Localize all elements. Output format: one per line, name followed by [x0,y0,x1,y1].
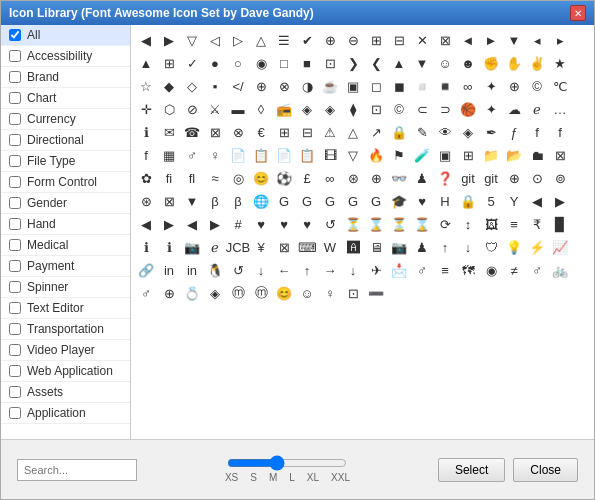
icon-cell[interactable]: ⊕ [319,29,341,51]
icon-cell[interactable]: 🖿 [526,144,548,166]
icon-cell[interactable]: ◈ [319,98,341,120]
search-input[interactable] [17,459,137,481]
icon-cell[interactable]: ⊡ [319,52,341,74]
sidebar-checkbox-directional[interactable] [9,134,21,146]
icon-cell[interactable]: ⊂ [411,98,433,120]
icon-cell[interactable]: ▽ [342,144,364,166]
icon-cell[interactable]: ▼ [411,52,433,74]
icon-cell[interactable]: 5 [480,190,502,212]
icon-cell[interactable]: ⊞ [457,144,479,166]
icon-cell[interactable]: ⊛ [342,167,364,189]
icon-cell[interactable]: ⊟ [388,29,410,51]
sidebar-checkbox-medical[interactable] [9,239,21,251]
icon-cell[interactable]: ♥ [411,190,433,212]
select-button[interactable]: Select [438,458,505,482]
icon-cell[interactable]: ☆ [135,75,157,97]
icon-cell[interactable]: € [250,121,272,143]
icon-cell[interactable]: ▶ [204,213,226,235]
sidebar-checkbox-payment[interactable] [9,260,21,272]
icon-cell[interactable]: ⊕ [503,75,525,97]
sidebar-checkbox-brand[interactable] [9,71,21,83]
icon-cell[interactable]: 👓 [388,167,410,189]
sidebar-item-transportation[interactable]: Transportation [1,319,130,340]
icon-cell[interactable]: ★ [549,52,571,74]
icon-cell[interactable]: 📋 [250,144,272,166]
icon-cell[interactable]: ⊞ [158,52,180,74]
icon-cell[interactable]: ● [204,52,226,74]
icon-cell[interactable]: ◻ [365,75,387,97]
icon-cell[interactable]: ❯ [342,52,364,74]
icon-cell[interactable]: ⏳ [342,213,364,235]
icon-cell[interactable]: ❓ [434,167,456,189]
sidebar-item-directional[interactable]: Directional [1,130,130,151]
icon-cell[interactable]: 🖼 [480,213,502,235]
icon-cell[interactable]: ♀ [204,144,226,166]
icon-cell[interactable]: 💡 [503,236,525,258]
icon-cell[interactable]: ⟳ [434,213,456,235]
icon-cell[interactable]: ↺ [227,259,249,281]
icon-cell[interactable]: ▲ [135,52,157,74]
icon-cell[interactable]: ✉ [158,121,180,143]
icon-cell[interactable]: ▲ [388,52,410,74]
icon-cell[interactable]: ℹ [135,236,157,258]
icon-cell[interactable]: ◀ [181,213,203,235]
icon-cell[interactable]: ◎ [227,167,249,189]
icon-cell[interactable]: ▶ [158,29,180,51]
icon-cell[interactable]: 📂 [503,144,525,166]
icon-cell[interactable]: ↓ [342,259,364,281]
icon-cell[interactable]: ≡ [434,259,456,281]
icon-cell[interactable]: 🔗 [135,259,157,281]
sidebar-checkbox-form-control[interactable] [9,176,21,188]
sidebar-checkbox-assets[interactable] [9,386,21,398]
icon-cell[interactable]: ℯ [204,236,226,258]
sidebar-item-gender[interactable]: Gender [1,193,130,214]
icon-cell[interactable]: G [365,190,387,212]
icon-cell[interactable]: ⊟ [296,121,318,143]
sidebar-checkbox-transportation[interactable] [9,323,21,335]
icon-cell[interactable]: ⊠ [158,190,180,212]
icon-cell[interactable]: β [227,190,249,212]
icon-cell[interactable]: ◾ [434,75,456,97]
icon-cell[interactable]: 📻 [273,98,295,120]
icon-cell[interactable]: 🖥 [365,236,387,258]
icon-cell[interactable]: ↺ [319,213,341,235]
icon-cell[interactable]: ← [273,259,295,281]
sidebar-item-medical[interactable]: Medical [1,235,130,256]
icon-cell[interactable]: ⚽ [273,167,295,189]
icon-cell[interactable]: △ [250,29,272,51]
sidebar-checkbox-currency[interactable] [9,113,21,125]
icon-cell[interactable]: © [526,75,548,97]
icon-cell[interactable]: ≈ [204,167,226,189]
icon-cell[interactable]: ✒ [480,121,502,143]
icon-cell[interactable]: 🔥 [365,144,387,166]
icon-cell[interactable]: ⌛ [365,213,387,235]
sidebar-checkbox-all[interactable] [9,29,21,41]
icon-cell[interactable]: fi [158,167,180,189]
icon-cell[interactable]: ≡ [503,213,525,235]
icon-cell[interactable]: ⚔ [204,98,226,120]
sidebar-checkbox-application[interactable] [9,407,21,419]
icon-cell[interactable]: 📷 [181,236,203,258]
icon-cell[interactable]: ▣ [434,144,456,166]
icon-cell[interactable]: ◊ [250,98,272,120]
icon-cell[interactable]: ✦ [480,75,502,97]
icon-cell[interactable]: 📄 [273,144,295,166]
icon-cell[interactable]: ⊖ [342,29,364,51]
icon-cell[interactable]: ♂ [526,259,548,281]
icon-cell[interactable]: ⊕ [503,167,525,189]
icon-cell[interactable]: ◄ [457,29,479,51]
icon-cell[interactable]: ↗ [365,121,387,143]
icon-cell[interactable]: ⊛ [135,190,157,212]
icon-cell[interactable]: ⊡ [365,98,387,120]
icon-cell[interactable]: ✌ [526,52,548,74]
icon-cell[interactable]: ✛ [135,98,157,120]
icon-cell[interactable]: ▶ [158,213,180,235]
sidebar-item-web-application[interactable]: Web Application [1,361,130,382]
icon-cell[interactable]: ► [480,29,502,51]
icon-cell[interactable]: ♟ [411,167,433,189]
icon-cell[interactable]: ♂ [135,282,157,304]
icon-cell[interactable]: ♀ [319,282,341,304]
icon-cell[interactable]: 📈 [549,236,571,258]
icon-cell[interactable]: ◈ [296,98,318,120]
icon-cell[interactable]: ⊠ [549,144,571,166]
